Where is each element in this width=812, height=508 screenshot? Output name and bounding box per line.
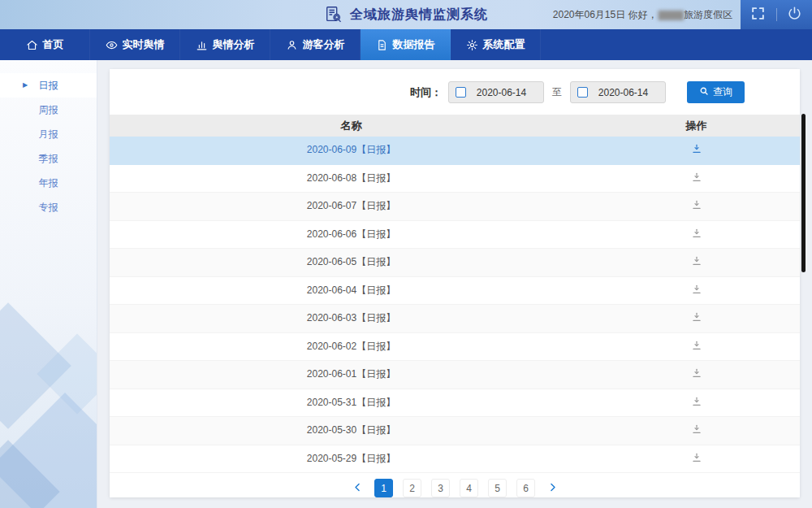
- download-icon: [691, 369, 702, 381]
- page-button-2[interactable]: 2: [403, 479, 421, 497]
- gear-icon: [466, 39, 478, 51]
- to-label: 至: [552, 85, 562, 99]
- download-icon: [691, 201, 702, 213]
- sidebar-item-label: 季报: [39, 153, 58, 164]
- date-from-input[interactable]: 2020-06-14: [448, 81, 544, 103]
- download-button[interactable]: [689, 198, 704, 215]
- sidebar-item-label: 日报: [39, 80, 58, 91]
- sidebar-item-special[interactable]: ▶专报: [0, 195, 97, 219]
- calendar-icon: [456, 87, 466, 98]
- next-page-button[interactable]: [545, 481, 559, 496]
- download-icon: [691, 229, 702, 241]
- date-from-value: 2020-06-14: [466, 87, 537, 98]
- nav-item-label: 实时舆情: [123, 37, 165, 52]
- download-icon: [691, 425, 702, 437]
- filter-bar: 时间： 2020-06-14 至 2020-06-14: [110, 69, 800, 103]
- time-label: 时间：: [410, 85, 442, 100]
- sidebar-item-quarterly[interactable]: ▶季报: [0, 146, 97, 171]
- table-row[interactable]: 2020-06-01【日报】: [110, 361, 800, 389]
- download-button[interactable]: [689, 282, 704, 299]
- download-icon: [691, 313, 702, 325]
- chevron-left-icon: [352, 481, 364, 496]
- table-row[interactable]: 2020-06-05【日报】: [110, 249, 800, 277]
- report-name: 2020-06-08【日报】: [110, 172, 593, 185]
- download-button[interactable]: [689, 366, 704, 383]
- table-row[interactable]: 2020-06-04【日报】: [110, 277, 800, 306]
- chevron-right-icon: [546, 481, 559, 496]
- prev-page-button[interactable]: [350, 481, 365, 496]
- page-button-4[interactable]: 4: [460, 479, 478, 497]
- download-button[interactable]: [689, 310, 704, 327]
- row-actions: [593, 198, 800, 215]
- download-icon: [691, 173, 702, 185]
- sidebar-item-yearly[interactable]: ▶年报: [0, 171, 97, 195]
- row-actions: [593, 310, 800, 327]
- pagination: 123456: [110, 473, 800, 497]
- sidebar-item-weekly[interactable]: ▶周报: [0, 98, 97, 122]
- download-icon: [691, 285, 702, 297]
- report-name: 2020-06-05【日报】: [110, 255, 593, 269]
- download-button[interactable]: [689, 338, 704, 355]
- sidebar-item-monthly[interactable]: ▶月报: [0, 122, 97, 146]
- table-row[interactable]: 2020-05-31【日报】: [110, 389, 800, 418]
- download-button[interactable]: [689, 450, 704, 467]
- search-button[interactable]: 查询: [687, 81, 745, 103]
- nav-item-opinion-analysis[interactable]: 舆情分析: [180, 29, 270, 60]
- table-row[interactable]: 2020-05-29【日报】: [110, 445, 800, 474]
- user-icon: [286, 39, 298, 51]
- app-window: 全域旅游舆情监测系统 2020年06月15日 你好， █████ 旅游度假区: [0, 0, 812, 508]
- active-arrow-icon: ▶: [23, 73, 28, 98]
- eye-icon: [106, 39, 118, 51]
- calendar-icon: [577, 87, 588, 98]
- download-button[interactable]: [689, 170, 704, 187]
- nav-item-label: 数据报告: [393, 37, 435, 52]
- date-greeting: 2020年06月15日 你好，: [553, 8, 658, 22]
- sidebar-items: ▶日报▶周报▶月报▶季报▶年报▶专报: [0, 60, 97, 219]
- page-button-5[interactable]: 5: [488, 479, 507, 497]
- download-button[interactable]: [689, 394, 704, 411]
- table-row[interactable]: 2020-06-07【日报】: [110, 193, 800, 221]
- nav-item-home[interactable]: 首页: [0, 29, 90, 60]
- download-icon: [691, 454, 702, 466]
- date-to-value: 2020-06-14: [588, 87, 659, 98]
- page-button-3[interactable]: 3: [431, 479, 450, 497]
- table-row[interactable]: 2020-06-08【日报】: [110, 165, 800, 193]
- download-button[interactable]: [689, 141, 704, 158]
- download-icon: [691, 397, 702, 410]
- scrollbar-thumb[interactable]: [801, 114, 806, 272]
- date-to-input[interactable]: 2020-06-14: [570, 81, 666, 103]
- report-name: 2020-06-03【日报】: [110, 311, 593, 325]
- content-area: 时间： 2020-06-14 至 2020-06-14: [97, 60, 812, 508]
- nav-item-data-report[interactable]: 数据报告: [361, 29, 451, 60]
- report-name: 2020-06-06【日报】: [110, 228, 593, 241]
- power-button[interactable]: [785, 6, 803, 24]
- nav-item-label: 游客分析: [303, 37, 345, 52]
- user-info: 2020年06月15日 你好， █████ 旅游度假区: [553, 0, 732, 29]
- table-row[interactable]: 2020-06-03【日报】: [110, 305, 800, 333]
- row-actions: [593, 170, 800, 187]
- download-button[interactable]: [689, 254, 704, 271]
- nav-item-system-config[interactable]: 系统配置: [451, 29, 541, 60]
- download-button[interactable]: [689, 226, 704, 243]
- fullscreen-button[interactable]: [749, 6, 767, 24]
- table-row[interactable]: 2020-06-09【日报】: [110, 137, 800, 165]
- download-button[interactable]: [689, 422, 704, 439]
- table-row[interactable]: 2020-05-30【日报】: [110, 417, 800, 445]
- page-button-6[interactable]: 6: [516, 479, 535, 497]
- row-actions: [593, 450, 800, 467]
- sidebar: ▶日报▶周报▶月报▶季报▶年报▶专报: [0, 60, 97, 508]
- masked-org-name: █████: [659, 11, 683, 20]
- nav-item-visitor-analysis[interactable]: 游客分析: [270, 29, 361, 60]
- row-actions: [593, 422, 800, 439]
- column-header-name: 名称: [110, 119, 593, 133]
- header-divider: [776, 8, 777, 21]
- sidebar-item-label: 专报: [39, 202, 58, 213]
- nav-item-realtime-opinion[interactable]: 实时舆情: [90, 29, 180, 60]
- brand: 全域旅游舆情监测系统: [324, 0, 488, 29]
- table-row[interactable]: 2020-06-06【日报】: [110, 221, 800, 250]
- sidebar-item-daily[interactable]: ▶日报: [0, 73, 97, 98]
- page-button-1[interactable]: 1: [374, 479, 393, 497]
- top-header: 全域旅游舆情监测系统 2020年06月15日 你好， █████ 旅游度假区: [0, 0, 812, 29]
- app-title: 全域旅游舆情监测系统: [350, 7, 488, 24]
- table-row[interactable]: 2020-06-02【日报】: [110, 333, 800, 362]
